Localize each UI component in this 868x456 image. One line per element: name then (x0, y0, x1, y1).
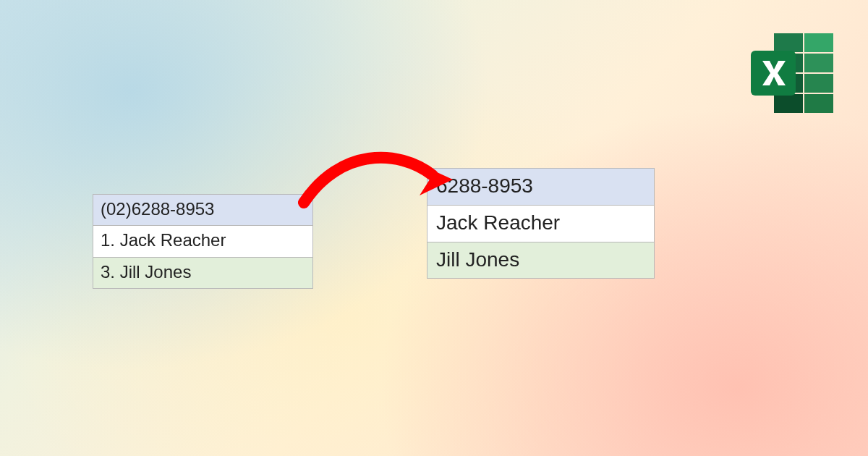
svg-rect-7 (774, 94, 803, 113)
cell-right-0[interactable]: 6288-8953 (427, 169, 655, 206)
cell-left-0[interactable]: (02)6288-8953 (93, 195, 313, 226)
svg-rect-4 (804, 54, 833, 72)
cell-right-2[interactable]: Jill Jones (427, 242, 655, 279)
source-table: (02)6288-8953 1. Jack Reacher 3. Jill Jo… (93, 194, 313, 289)
cell-left-2[interactable]: 3. Jill Jones (93, 257, 313, 288)
cell-left-1[interactable]: 1. Jack Reacher (93, 226, 313, 257)
svg-rect-1 (774, 33, 803, 52)
excel-icon (748, 33, 835, 114)
svg-rect-8 (804, 94, 833, 113)
result-table: 6288-8953 Jack Reacher Jill Jones (427, 168, 655, 279)
svg-rect-6 (804, 74, 833, 93)
svg-rect-2 (804, 33, 833, 52)
cell-right-1[interactable]: Jack Reacher (427, 205, 655, 242)
